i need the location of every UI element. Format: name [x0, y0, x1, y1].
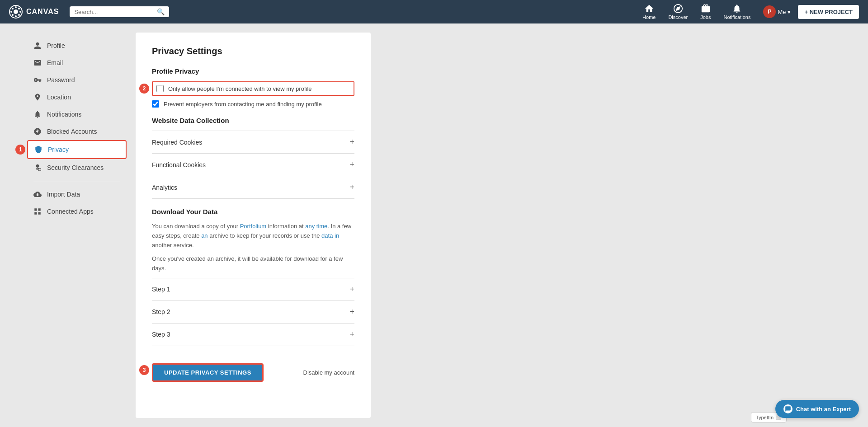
- nav-me-label: Me: [778, 9, 786, 15]
- new-project-label: + NEW PROJECT: [804, 9, 853, 15]
- functional-cookies-label: Functional Cookies: [152, 161, 206, 169]
- new-project-button[interactable]: + NEW PROJECT: [798, 5, 859, 19]
- grid-icon: [33, 207, 42, 216]
- header-nav: Home Discover Jobs Notifications P Me ▾: [642, 4, 791, 20]
- svg-point-1: [14, 9, 18, 14]
- sidebar-item-location[interactable]: Location: [27, 89, 127, 106]
- data-link[interactable]: data: [321, 232, 333, 239]
- svg-point-5: [19, 11, 21, 13]
- sidebar-notifications-label: Notifications: [47, 111, 81, 118]
- download-desc1: You can download a copy of your Portfoli…: [152, 222, 354, 250]
- sidebar-item-security[interactable]: Security Clearances: [27, 159, 127, 176]
- sidebar: Profile Email Password Location Notifica…: [27, 33, 127, 418]
- step1-item[interactable]: Step 1 +: [152, 278, 354, 301]
- svg-point-3: [15, 15, 17, 17]
- steps-accordion: Step 1 + Step 2 + Step 3 +: [152, 278, 354, 346]
- chat-expert-icon: [783, 404, 793, 413]
- jobs-icon: [701, 4, 711, 14]
- privacy-option2-row[interactable]: Prevent employers from contacting me and…: [152, 100, 354, 108]
- nav-discover[interactable]: Discover: [668, 4, 688, 20]
- required-cookies-item[interactable]: Required Cookies +: [152, 131, 354, 154]
- step2-label: Step 2: [152, 308, 170, 315]
- logo-icon: [9, 5, 23, 19]
- analytics-expand-icon: +: [349, 183, 354, 192]
- step3-item[interactable]: Step 3 +: [152, 324, 354, 346]
- privacy-option2-label[interactable]: Prevent employers from contacting me and…: [164, 101, 322, 108]
- step1-label: Step 1: [152, 286, 170, 293]
- badge-1: 1: [15, 145, 25, 155]
- website-data-accordion: Required Cookies + Functional Cookies + …: [152, 131, 354, 199]
- analytics-item[interactable]: Analytics +: [152, 176, 354, 199]
- person-badge-icon: [33, 164, 42, 172]
- functional-cookies-expand-icon: +: [349, 160, 354, 169]
- nav-notifications-wrap: Notifications: [723, 4, 750, 20]
- sidebar-item-blocked[interactable]: Blocked Accounts: [27, 123, 127, 140]
- envelope-icon: [33, 59, 42, 67]
- svg-point-6: [12, 8, 14, 9]
- privacy-option1-checkbox[interactable]: [156, 85, 164, 92]
- nav-notifications-label: Notifications: [723, 14, 750, 20]
- sidebar-item-import[interactable]: Import Data: [27, 186, 127, 203]
- cloud-download-icon: [33, 190, 42, 198]
- in-link[interactable]: in: [335, 232, 339, 239]
- sidebar-blocked-label: Blocked Accounts: [47, 128, 97, 135]
- required-cookies-label: Required Cookies: [152, 139, 202, 146]
- typeit-label: TypeItIn: [756, 415, 774, 420]
- nav-discover-label: Discover: [668, 14, 688, 20]
- header: CANVAS 🔍 Home Discover Jobs Notification…: [0, 0, 868, 23]
- chat-expert-button[interactable]: Chat with an Expert: [775, 400, 859, 418]
- download-data-title: Download Your Data: [152, 208, 354, 216]
- sidebar-item-notifications[interactable]: Notifications: [27, 106, 127, 123]
- privacy-option1-row[interactable]: Only allow people I'm connected with to …: [152, 81, 354, 96]
- sidebar-item-password[interactable]: Password: [27, 71, 127, 89]
- search-bar[interactable]: 🔍: [70, 6, 169, 17]
- download-desc2: Once you've created an archive, it will …: [152, 254, 354, 273]
- bell-sidebar-icon: [33, 110, 42, 118]
- profile-privacy-title: Profile Privacy: [152, 67, 354, 75]
- nav-jobs[interactable]: Jobs: [700, 4, 711, 20]
- logo-text: CANVAS: [26, 8, 59, 16]
- nav-notifications[interactable]: Notifications: [723, 4, 750, 20]
- map-icon: [33, 93, 42, 101]
- sidebar-import-label: Import Data: [47, 191, 80, 198]
- step1-expand-icon: +: [349, 285, 354, 294]
- logo[interactable]: CANVAS: [9, 5, 59, 19]
- sidebar-item-email[interactable]: Email: [27, 54, 127, 71]
- an-link[interactable]: an: [201, 232, 208, 239]
- discover-icon: [673, 4, 683, 14]
- main-layout: Profile Email Password Location Notifica…: [0, 23, 868, 427]
- any-time-link[interactable]: any time: [305, 223, 327, 230]
- step2-expand-icon: +: [349, 307, 354, 317]
- sidebar-profile-label: Profile: [47, 42, 65, 49]
- update-privacy-button[interactable]: UPDATE PRIVACY SETTINGS: [152, 363, 264, 382]
- me-chevron-icon: ▾: [788, 9, 791, 15]
- svg-point-4: [10, 11, 12, 13]
- bell-nav-icon: [732, 4, 742, 14]
- nav-jobs-label: Jobs: [700, 14, 711, 20]
- step2-item[interactable]: Step 2 +: [152, 301, 354, 324]
- sidebar-item-connected[interactable]: Connected Apps: [27, 203, 127, 220]
- search-input[interactable]: [74, 9, 154, 15]
- nav-home[interactable]: Home: [642, 4, 656, 20]
- analytics-label: Analytics: [152, 184, 177, 191]
- sidebar-privacy-label: Privacy: [48, 146, 69, 153]
- update-btn-label: UPDATE PRIVACY SETTINGS: [164, 369, 251, 376]
- sidebar-item-privacy[interactable]: 1 Privacy: [27, 140, 127, 159]
- sidebar-item-profile[interactable]: Profile: [27, 37, 127, 54]
- page-title: Privacy Settings: [152, 46, 354, 56]
- privacy-option2-checkbox[interactable]: [152, 100, 159, 108]
- shield-icon: [34, 145, 42, 154]
- step3-label: Step 3: [152, 331, 170, 338]
- home-icon: [644, 4, 654, 14]
- svg-point-8: [18, 8, 20, 9]
- portfolium-link[interactable]: Portfolium: [240, 223, 267, 230]
- website-data-title: Website Data Collection: [152, 117, 354, 124]
- disable-account-link[interactable]: Disable my account: [303, 369, 354, 376]
- nav-me[interactable]: P Me ▾: [763, 5, 791, 18]
- sidebar-security-label: Security Clearances: [47, 164, 104, 171]
- privacy-option1-label[interactable]: Only allow people I'm connected with to …: [168, 85, 312, 92]
- search-button[interactable]: 🔍: [157, 8, 165, 15]
- svg-point-2: [15, 6, 17, 8]
- functional-cookies-item[interactable]: Functional Cookies +: [152, 154, 354, 176]
- step3-expand-icon: +: [349, 330, 354, 339]
